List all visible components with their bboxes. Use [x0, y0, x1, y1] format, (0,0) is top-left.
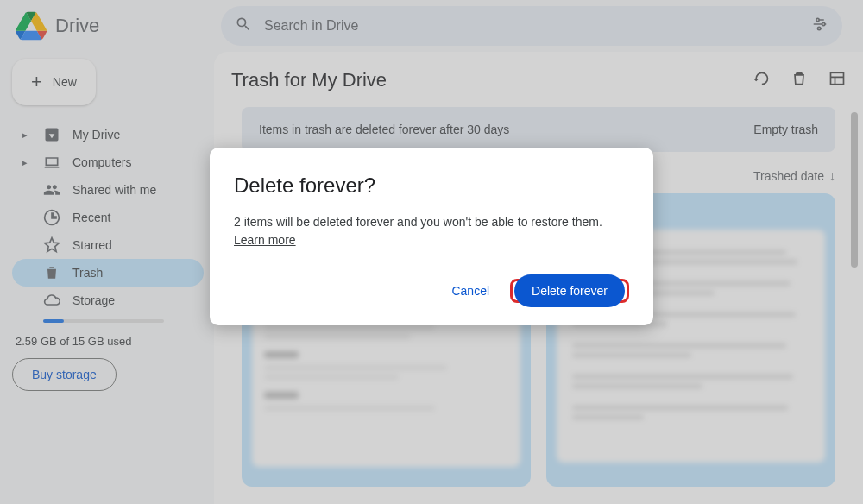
- delete-forever-highlight: Delete forever: [510, 279, 629, 303]
- dialog-body: 2 items will be deleted forever and you …: [234, 215, 602, 229]
- modal-overlay: Delete forever? 2 items will be deleted …: [0, 0, 863, 504]
- learn-more-link[interactable]: Learn more: [234, 233, 296, 247]
- delete-forever-button[interactable]: Delete forever: [514, 274, 625, 307]
- dialog-title: Delete forever?: [234, 173, 629, 198]
- delete-forever-dialog: Delete forever? 2 items will be deleted …: [210, 148, 653, 325]
- cancel-button[interactable]: Cancel: [439, 275, 501, 306]
